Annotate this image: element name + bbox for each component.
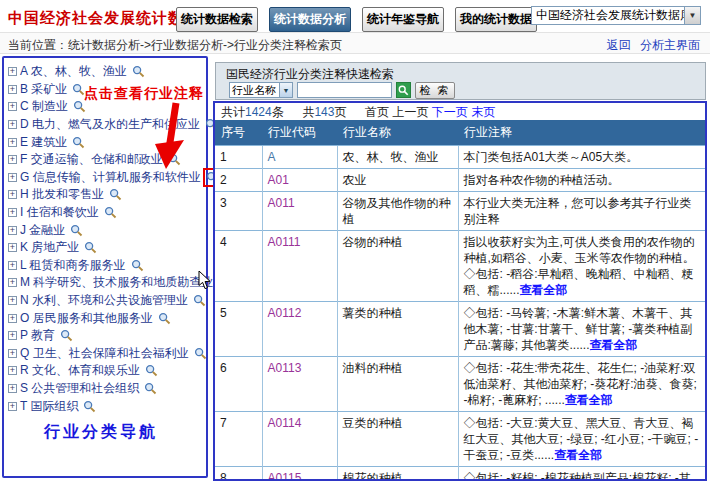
magnifier-icon[interactable] (131, 64, 146, 79)
expand-plus-icon[interactable]: + (8, 102, 17, 111)
sidebar-item[interactable]: + R 文化、体育和娱乐业 (8, 362, 206, 380)
back-link[interactable]: 返回 (607, 38, 631, 52)
expand-plus-icon[interactable]: + (8, 67, 17, 76)
keyword-input[interactable] (297, 82, 392, 98)
sidebar-item-label[interactable]: Q 卫生、社会保障和社会福利业 (20, 345, 189, 362)
sidebar-item[interactable]: + A 农、林、牧、渔业 (8, 63, 206, 81)
expand-plus-icon[interactable]: + (8, 173, 17, 182)
magnifier-icon[interactable] (103, 205, 118, 220)
sidebar-item[interactable]: + S 公共管理和社会组织 (8, 380, 206, 398)
expand-plus-icon[interactable]: + (8, 120, 17, 129)
expand-plus-icon[interactable]: + (8, 331, 17, 340)
magnifier-icon[interactable] (82, 399, 97, 414)
chevron-down-icon[interactable]: ▼ (684, 7, 700, 24)
cell-name: 谷物及其他作物的种植 (337, 192, 458, 231)
sidebar-item[interactable]: + I 住宿和餐饮业 (8, 204, 206, 222)
sidebar-item-label[interactable]: C 制造业 (20, 98, 68, 115)
sidebar-item-label[interactable]: T 国际组织 (20, 398, 78, 415)
expand-plus-icon[interactable]: + (8, 349, 17, 358)
mouse-cursor-icon (198, 271, 211, 290)
green-search-button[interactable] (396, 82, 411, 98)
sidebar-item[interactable]: + K 房地产业 (8, 239, 206, 257)
sidebar-item-label[interactable]: J 金融业 (20, 222, 65, 239)
next-page-link[interactable]: 下一页 (432, 105, 468, 119)
view-all-link[interactable]: 查看全部 (590, 338, 638, 352)
prev-page-link[interactable]: 上一页 (392, 105, 428, 119)
magnifier-icon[interactable] (144, 363, 159, 378)
search-field-select[interactable]: 行业名称 ▼ (229, 82, 293, 98)
magnifier-icon[interactable] (83, 240, 98, 255)
search-button[interactable]: 检 索 (415, 82, 455, 99)
magnifier-icon[interactable] (108, 187, 123, 202)
expand-plus-icon[interactable]: + (8, 208, 17, 217)
magnifier-icon[interactable] (59, 328, 74, 343)
sidebar-item-label[interactable]: P 教育 (20, 327, 55, 344)
sidebar-item-label[interactable]: I 住宿和餐饮业 (20, 204, 99, 221)
sidebar-item-label[interactable]: A 农、林、牧、渔业 (20, 63, 127, 80)
tab-data-search[interactable]: 统计数据检索 (176, 7, 258, 32)
sidebar-item[interactable]: + P 教育 (8, 327, 206, 345)
magnifier-icon[interactable] (143, 381, 158, 396)
sidebar-item[interactable]: + Q 卫生、社会保障和社会福利业 (8, 345, 206, 363)
expand-plus-icon[interactable]: + (8, 155, 17, 164)
view-all-link[interactable]: 查看全部 (565, 393, 613, 407)
sidebar-item[interactable]: + N 水利、环境和公共设施管理业 (8, 292, 206, 310)
cell-code[interactable]: A011 (262, 192, 337, 231)
magnifier-icon[interactable] (192, 293, 207, 308)
sidebar-item[interactable]: + J 金融业 (8, 221, 206, 239)
cell-code[interactable]: A0113 (262, 357, 337, 412)
view-all-link[interactable]: 查看全部 (554, 448, 602, 462)
cell-note: ◇包括: -大豆:黄大豆、黑大豆、青大豆、褐红大豆、其他大豆; -绿豆; -红小… (458, 412, 705, 467)
view-all-link[interactable]: 查看全部 (520, 283, 568, 297)
chevron-down-icon[interactable]: ▼ (279, 83, 292, 97)
magnifier-icon[interactable] (157, 311, 172, 326)
tab-my-data[interactable]: 我的统计数据 (455, 7, 537, 32)
expand-plus-icon[interactable]: + (8, 402, 17, 411)
expand-plus-icon[interactable]: + (8, 366, 17, 375)
cell-code[interactable]: A (262, 146, 337, 169)
cell-code[interactable]: A01 (262, 169, 337, 192)
expand-plus-icon[interactable]: + (8, 190, 17, 199)
sidebar-item-label[interactable]: S 公共管理和社会组织 (20, 380, 139, 397)
sidebar-item[interactable]: + H 批发和零售业 (8, 186, 206, 204)
last-page-link[interactable]: 末页 (471, 105, 495, 119)
sidebar-item-label[interactable]: B 采矿业 (20, 81, 67, 98)
first-page-link[interactable]: 首页 (365, 105, 389, 119)
sidebar-item-label[interactable]: O 居民服务和其他服务业 (20, 310, 153, 327)
expand-plus-icon[interactable]: + (8, 278, 17, 287)
expand-plus-icon[interactable]: + (8, 296, 17, 305)
cell-code[interactable]: A0112 (262, 302, 337, 357)
database-select[interactable]: 中国经济社会发展统计数据库 ▼ (531, 6, 701, 25)
sidebar-item[interactable]: + O 居民服务和其他服务业 (8, 309, 206, 327)
sidebar-item[interactable]: + T 国际组织 (8, 397, 206, 415)
sidebar-item-label[interactable]: N 水利、环境和公共设施管理业 (20, 292, 188, 309)
expand-plus-icon[interactable]: + (8, 138, 17, 147)
tab-data-analysis[interactable]: 统计数据分析 (269, 7, 351, 32)
expand-plus-icon[interactable]: + (8, 226, 17, 235)
tab-yearbook-nav[interactable]: 统计年鉴导航 (362, 7, 444, 32)
cell-code[interactable]: A0111 (262, 231, 337, 302)
cell-code[interactable]: A0114 (262, 412, 337, 467)
magnifier-icon[interactable] (130, 258, 145, 273)
analysis-home-link[interactable]: 分析主界面 (640, 38, 700, 52)
expand-plus-icon[interactable]: + (8, 384, 17, 393)
magnifier-icon[interactable] (193, 346, 208, 361)
sidebar-item-label[interactable]: K 房地产业 (20, 239, 79, 256)
cell-note: 指对各种农作物的种植活动。 (458, 169, 705, 192)
sidebar-item-label[interactable]: M 科学研究、技术服务和地质勘查业 (20, 274, 213, 291)
magnifier-icon[interactable] (71, 135, 86, 150)
sidebar-item-label[interactable]: R 文化、体育和娱乐业 (20, 362, 140, 379)
cell-code[interactable]: A0115 (262, 467, 337, 481)
note-text: 指以收获籽实为主,可供人类食用的农作物的种植,如稻谷、小麦、玉米等农作物的种植。… (464, 235, 707, 297)
sidebar-item-label[interactable]: L 租赁和商务服务业 (20, 257, 126, 274)
sidebar-item[interactable]: + L 租赁和商务服务业 (8, 257, 206, 275)
sidebar-item-label[interactable]: E 建筑业 (20, 134, 67, 151)
expand-plus-icon[interactable]: + (8, 85, 17, 94)
expand-plus-icon[interactable]: + (8, 243, 17, 252)
quick-search-panel: 国民经济行业分类注释快速检索 行业名称 ▼ 检 索 (215, 62, 706, 100)
magnifier-icon[interactable] (69, 223, 84, 238)
sidebar-item[interactable]: + M 科学研究、技术服务和地质勘查业 (8, 274, 206, 292)
sidebar-item-label[interactable]: H 批发和零售业 (20, 186, 104, 203)
expand-plus-icon[interactable]: + (8, 261, 17, 270)
expand-plus-icon[interactable]: + (8, 314, 17, 323)
